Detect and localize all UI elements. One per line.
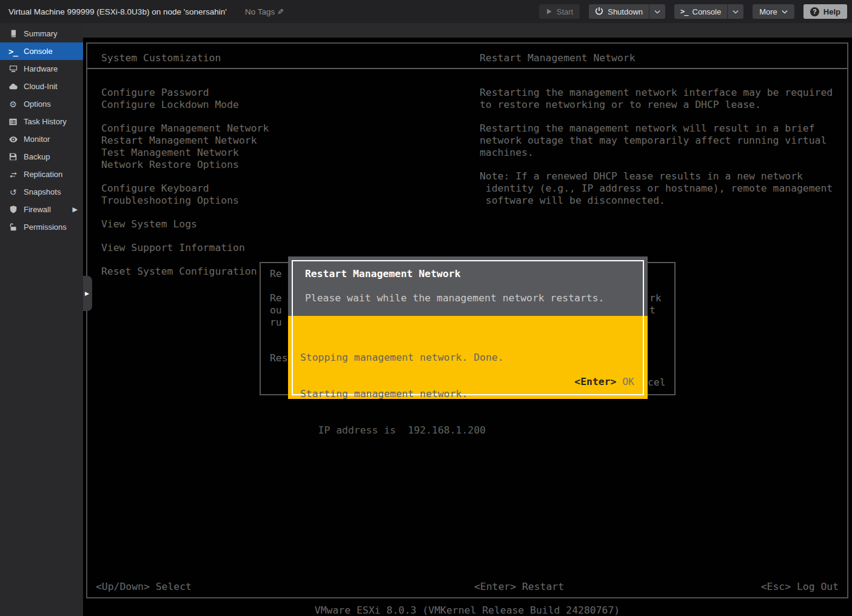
submenu-caret-icon: ▶ <box>73 206 83 213</box>
chevron-down-icon <box>782 10 788 14</box>
dialog-ok-hint[interactable]: <Enter> OK <box>574 376 634 388</box>
dcui-menu-item[interactable]: Network Restore Options <box>101 159 269 171</box>
unlock-icon <box>8 223 18 231</box>
dcui-left-title: System Customization <box>101 52 221 64</box>
terminal-icon: >_ <box>8 47 18 56</box>
dialog-text-fragment: Re <box>270 292 282 304</box>
top-bar: Virtual Machine 999999 (ESXi-8.0U3b) on … <box>0 0 852 23</box>
dialog-log: Stopping management network. Done. Start… <box>300 327 504 461</box>
dialog-text-fragment: ru <box>270 316 282 329</box>
dcui-menu-item[interactable]: Configure Password <box>101 87 269 99</box>
gear-icon: ⚙ <box>8 100 18 109</box>
esxi-version-line: VMware ESXi 8.0.3 (VMKernel Release Buil… <box>86 604 848 616</box>
more-button[interactable]: More <box>753 4 794 19</box>
sidebar-item-backup[interactable]: Backup <box>0 148 83 166</box>
tags-control[interactable]: No Tags ✎ <box>245 7 284 16</box>
sidebar-item-console[interactable]: >_ Console <box>0 42 83 60</box>
console-toolbar-strip <box>83 23 852 38</box>
log-line: Starting management network. <box>300 388 504 400</box>
eye-icon <box>8 136 18 142</box>
sidebar-item-cloud-init[interactable]: Cloud-Init <box>0 78 83 95</box>
dcui-menu-item[interactable]: Configure Management Network <box>101 122 269 135</box>
history-icon: ↺ <box>8 188 18 196</box>
dcui-hint-select: <Up/Down> Select <box>96 581 192 593</box>
console-menu-caret[interactable] <box>728 4 743 19</box>
sidebar: Summary >_ Console Hardware Cloud-Init ⚙… <box>0 23 83 616</box>
dcui-title-rule <box>87 68 847 69</box>
dialog-header <box>288 256 648 316</box>
log-line: Stopping management network. Done. <box>300 352 504 364</box>
console-split-button: >_ Console <box>674 4 743 19</box>
play-icon <box>546 8 552 15</box>
console-panel: System Customization Restart Management … <box>83 23 852 616</box>
list-icon <box>8 118 18 126</box>
dcui-paragraph: Note: If a renewed DHCP lease results in… <box>480 170 833 207</box>
sidebar-item-replication[interactable]: Replication <box>0 166 83 183</box>
start-button[interactable]: Start <box>539 4 580 19</box>
sidebar-item-task-history[interactable]: Task History <box>0 113 83 130</box>
edit-tags-pencil-icon[interactable]: ✎ <box>277 7 284 16</box>
dcui-hint-restart: <Enter> Restart <box>474 581 564 593</box>
vnc-screen[interactable]: System Customization Restart Management … <box>86 42 848 598</box>
dcui-menu-item[interactable]: View Support Information <box>101 242 269 254</box>
dcui-hint-logout: <Esc> Log Out <box>761 581 839 593</box>
dcui-menu-item[interactable]: Configure Lockdown Mode <box>101 99 269 111</box>
sidebar-item-hardware[interactable]: Hardware <box>0 60 83 78</box>
shutdown-menu-caret[interactable] <box>649 4 665 19</box>
dcui-info-text: Restarting the management network interf… <box>480 87 833 218</box>
dialog-text-fragment: Re <box>270 268 282 280</box>
dcui-menu-item[interactable]: Restart Management Network <box>101 135 269 147</box>
question-icon: ? <box>810 7 819 16</box>
sidebar-item-permissions[interactable]: Permissions <box>0 218 83 236</box>
dcui-paragraph: Restarting the management network interf… <box>480 87 833 111</box>
log-line: IP address is 192.168.1.200 <box>300 424 504 437</box>
dcui-menu-item[interactable]: Troubleshooting Options <box>101 195 269 207</box>
shutdown-split-button: Shutdown <box>589 4 665 19</box>
caret-right-icon: ▶ <box>83 290 89 296</box>
power-icon <box>595 7 603 17</box>
dialog-text-fragment: cel <box>648 377 666 389</box>
restart-network-dialog: Restart Management Network Please wait w… <box>288 256 648 399</box>
dialog-message: Please wait while the management network… <box>305 292 604 304</box>
help-button[interactable]: ? Help <box>803 4 847 19</box>
sync-arrows-icon <box>8 171 18 178</box>
dcui-menu: Configure PasswordConfigure Lockdown Mod… <box>101 87 269 289</box>
book-icon <box>8 30 18 38</box>
display-icon <box>8 65 18 73</box>
dialog-title: Restart Management Network <box>305 268 461 280</box>
shield-icon <box>8 206 18 213</box>
dcui-menu-item[interactable]: Reset System Configuration <box>101 266 269 278</box>
terminal-icon: >_ <box>680 7 688 16</box>
dcui-paragraph: Restarting the management network will r… <box>480 122 833 159</box>
cloud-icon <box>8 83 18 90</box>
action-buttons: Start Shutdown >_ Console More ? Help <box>539 4 852 19</box>
sidebar-item-monitor[interactable]: Monitor <box>0 130 83 148</box>
vm-title: Virtual Machine 999999 (ESXi-8.0U3b) on … <box>0 7 227 16</box>
sidebar-item-summary[interactable]: Summary <box>0 25 83 42</box>
dcui-menu-item[interactable]: Configure Keyboard <box>101 182 269 195</box>
console-button[interactable]: >_ Console <box>674 4 727 19</box>
sidebar-item-options[interactable]: ⚙ Options <box>0 95 83 113</box>
dialog-text-fragment: t <box>649 304 656 316</box>
dcui-menu-item[interactable]: View System Logs <box>101 218 269 230</box>
sidebar-item-snapshots[interactable]: ↺ Snapshots <box>0 183 83 201</box>
dialog-text-fragment: rk <box>649 292 662 304</box>
sidebar-item-firewall[interactable]: Firewall ▶ <box>0 201 83 218</box>
novnc-toolbar-handle[interactable]: ▶ <box>83 276 92 311</box>
floppy-icon <box>8 153 18 161</box>
dialog-text-fragment: ou <box>270 304 282 316</box>
dcui-right-title: Restart Management Network <box>480 52 636 64</box>
shutdown-button[interactable]: Shutdown <box>589 4 649 19</box>
dcui-menu-item[interactable]: Test Management Network <box>101 147 269 159</box>
dialog-text-fragment: Res <box>270 352 288 364</box>
no-tags-label: No Tags <box>245 7 275 16</box>
